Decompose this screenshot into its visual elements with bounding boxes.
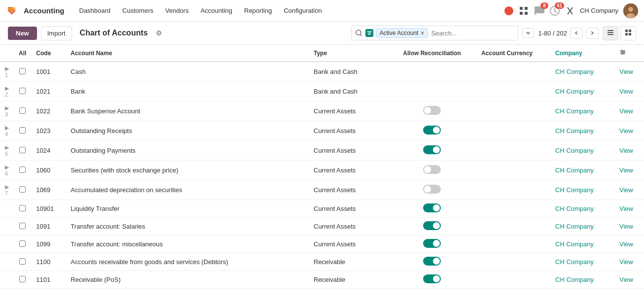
row-view-link[interactable]: View <box>614 253 644 271</box>
row-reconcile-toggle[interactable] <box>388 180 476 200</box>
row-checkbox[interactable] <box>19 68 26 74</box>
view-link-text[interactable]: View <box>619 147 633 154</box>
nav-dashboard[interactable]: Dashboard <box>74 5 116 16</box>
row-account-name[interactable]: Receivable (PoS) <box>66 271 309 289</box>
active-account-filter[interactable]: Active Account ✕ <box>376 28 429 38</box>
row-checkbox[interactable] <box>19 107 26 114</box>
toggle-track[interactable] <box>423 165 441 174</box>
user-avatar[interactable] <box>623 3 638 18</box>
row-company[interactable]: CH Company <box>550 200 614 218</box>
view-link-text[interactable]: View <box>619 68 633 75</box>
row-checkbox-cell[interactable] <box>14 253 31 271</box>
toggle-track[interactable] <box>423 239 441 248</box>
activity-icon-btn[interactable]: 41 <box>549 5 560 16</box>
toggle-track[interactable] <box>423 106 441 115</box>
row-company[interactable]: CH Company <box>550 62 614 82</box>
th-company[interactable]: Company <box>550 45 614 62</box>
th-type[interactable]: Type <box>309 45 388 62</box>
row-account-name[interactable]: Outstanding Receipts <box>66 121 309 141</box>
row-checkbox-cell[interactable] <box>14 121 31 141</box>
row-account-name[interactable]: Securities (with stock exchange price) <box>66 161 309 180</box>
search-input[interactable] <box>431 30 514 37</box>
row-reconcile-toggle[interactable] <box>388 271 476 289</box>
view-link-text[interactable]: View <box>619 167 633 174</box>
import-button[interactable]: Import <box>41 26 72 40</box>
reconcile-toggle[interactable] <box>423 239 441 248</box>
row-checkbox[interactable] <box>19 223 26 229</box>
view-link-text[interactable]: View <box>619 88 633 95</box>
reconcile-toggle[interactable] <box>423 185 441 194</box>
row-account-name[interactable]: Outstanding Payments <box>66 141 309 161</box>
view-link-text[interactable]: View <box>619 223 633 230</box>
row-view-link[interactable]: View <box>614 271 644 289</box>
expand-number[interactable]: ▶ 6 <box>5 164 9 176</box>
column-adjust-icon[interactable] <box>619 49 626 57</box>
app-logo[interactable] <box>6 5 18 17</box>
row-view-link[interactable]: View <box>614 82 644 101</box>
row-company[interactable]: CH Company <box>550 218 614 236</box>
reconcile-toggle[interactable] <box>423 145 441 154</box>
reconcile-toggle[interactable] <box>423 106 441 115</box>
nav-accounting[interactable]: Accounting <box>196 5 237 16</box>
row-company[interactable]: CH Company <box>550 101 614 121</box>
nav-reporting[interactable]: Reporting <box>239 5 277 16</box>
row-reconcile-toggle[interactable] <box>388 121 476 141</box>
view-link-text[interactable]: View <box>619 240 633 248</box>
row-view-link[interactable]: View <box>614 121 644 141</box>
row-view-link[interactable]: View <box>614 161 644 180</box>
view-link-text[interactable]: View <box>619 127 633 135</box>
row-account-name[interactable]: Liquidity Transfer <box>66 200 309 218</box>
row-expand-cell[interactable]: ▶ 4 <box>0 121 14 141</box>
row-view-link[interactable]: View <box>614 218 644 236</box>
expand-number[interactable]: ▶ 7 <box>5 184 9 196</box>
circle-icon-btn[interactable] <box>504 6 514 16</box>
reconcile-toggle[interactable] <box>423 274 441 283</box>
view-link-text[interactable]: View <box>619 107 633 115</box>
row-checkbox-cell[interactable] <box>14 82 31 101</box>
row-company[interactable]: CH Company <box>550 253 614 271</box>
row-reconcile-toggle[interactable] <box>388 200 476 218</box>
row-view-link[interactable]: View <box>614 101 644 121</box>
th-account-currency[interactable]: Account Currency <box>476 45 550 62</box>
next-page-button[interactable] <box>586 28 599 39</box>
row-checkbox-cell[interactable] <box>14 271 31 289</box>
toggle-track[interactable] <box>423 185 441 194</box>
scissors-icon[interactable] <box>565 6 575 16</box>
expand-number[interactable]: ▶ 3 <box>5 105 9 117</box>
expand-number[interactable]: ▶ 5 <box>5 144 9 157</box>
row-checkbox-cell[interactable] <box>14 236 31 253</box>
row-checkbox-cell[interactable] <box>14 200 31 218</box>
nav-customers[interactable]: Customers <box>117 5 158 16</box>
row-account-name[interactable]: Bank Suspense Account <box>66 101 309 121</box>
row-account-name[interactable]: Cash <box>66 62 309 82</box>
row-reconcile-toggle[interactable] <box>388 101 476 121</box>
th-account-name[interactable]: Account Name <box>66 45 309 62</box>
row-checkbox[interactable] <box>19 88 26 94</box>
expand-number[interactable]: ▶ 1 <box>5 66 9 78</box>
row-checkbox[interactable] <box>19 127 26 134</box>
toggle-track[interactable] <box>423 145 441 154</box>
view-link-text[interactable]: View <box>619 276 633 283</box>
new-button[interactable]: New <box>8 27 37 40</box>
reconcile-toggle[interactable] <box>423 126 441 135</box>
row-account-name[interactable]: Bank <box>66 82 309 101</box>
row-view-link[interactable]: View <box>614 62 644 82</box>
row-account-name[interactable]: Transfer account: Salaries <box>66 218 309 236</box>
row-view-link[interactable]: View <box>614 180 644 200</box>
row-company[interactable]: CH Company <box>550 180 614 200</box>
toggle-track[interactable] <box>423 126 441 135</box>
row-checkbox[interactable] <box>19 276 26 282</box>
th-all-checkbox[interactable]: All <box>14 45 31 62</box>
row-reconcile-toggle[interactable] <box>388 141 476 161</box>
kanban-view-button[interactable] <box>620 26 636 40</box>
row-reconcile-toggle[interactable] <box>388 236 476 253</box>
row-view-link[interactable]: View <box>614 141 644 161</box>
row-checkbox-cell[interactable] <box>14 62 31 82</box>
filter-close-icon[interactable]: ✕ <box>420 30 425 36</box>
row-checkbox-cell[interactable] <box>14 141 31 161</box>
company-name[interactable]: CH Company <box>580 7 618 14</box>
view-link-text[interactable]: View <box>619 258 633 266</box>
row-checkbox[interactable] <box>19 258 26 265</box>
grid-icon-btn[interactable] <box>519 6 529 16</box>
th-code[interactable]: Code <box>31 45 66 62</box>
